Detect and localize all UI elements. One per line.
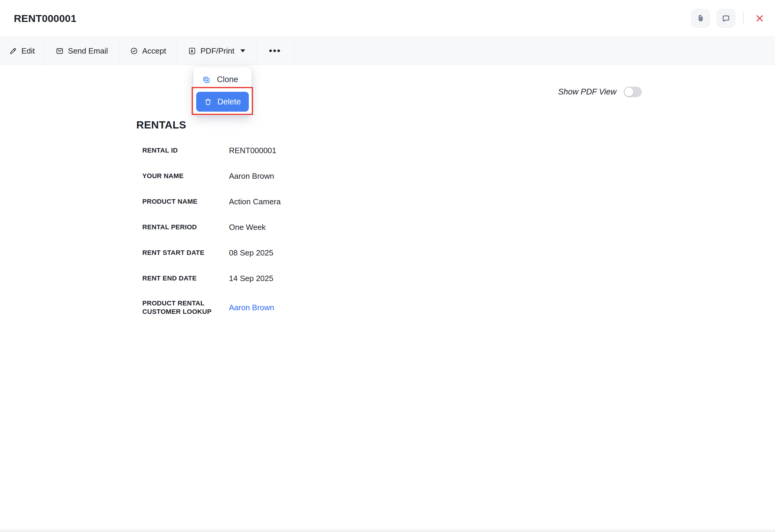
field-value: Action Camera <box>229 197 281 206</box>
pdf-view-toggle-row: Show PDF View <box>558 87 642 97</box>
field-value: 14 Sep 2025 <box>229 274 273 283</box>
more-actions-menu: Clone Delete <box>193 67 251 115</box>
customer-lookup-link[interactable]: Aaron Brown <box>229 303 274 312</box>
attachment-button[interactable] <box>691 9 710 28</box>
bottom-fade <box>0 528 775 532</box>
field-label: RENTAL ID <box>142 146 229 155</box>
field-label: RENTAL PERIOD <box>142 223 229 231</box>
comments-button[interactable] <box>717 9 735 28</box>
field-row-rental-period: RENTAL PERIOD One Week <box>142 214 359 240</box>
toolbar: Edit Send Email Accept <box>0 37 775 65</box>
section-title: RENTALS <box>136 119 186 131</box>
field-value: RENT000001 <box>229 146 276 155</box>
toggle-knob <box>625 88 633 96</box>
edit-label: Edit <box>21 46 35 56</box>
record-detail-screen: RENT000001 <box>0 0 775 532</box>
field-row-customer-lookup: PRODUCT RENTAL CUSTOMER LOOKUP Aaron Bro… <box>142 291 359 324</box>
field-row-your-name: YOUR NAME Aaron Brown <box>142 163 359 189</box>
field-label: RENT START DATE <box>142 248 229 257</box>
pencil-icon <box>9 47 17 55</box>
clone-icon <box>201 75 211 84</box>
field-label: PRODUCT RENTAL CUSTOMER LOOKUP <box>142 299 229 316</box>
pdf-print-label: PDF/Print <box>200 46 234 56</box>
header: RENT000001 <box>0 0 775 37</box>
ellipsis-icon: ••• <box>269 46 281 56</box>
pdf-view-toggle-label: Show PDF View <box>558 87 617 97</box>
pdf-view-toggle-switch[interactable] <box>624 87 642 97</box>
clone-label: Clone <box>217 75 238 84</box>
pdf-print-button[interactable]: PDF/Print <box>177 37 256 65</box>
envelope-icon <box>56 47 64 55</box>
send-email-label: Send Email <box>68 46 108 56</box>
field-row-rent-end-date: RENT END DATE 14 Sep 2025 <box>142 266 359 291</box>
menu-item-clone[interactable]: Clone <box>193 69 251 90</box>
field-row-rent-start-date: RENT START DATE 08 Sep 2025 <box>142 240 359 266</box>
field-label: RENT END DATE <box>142 274 229 283</box>
chevron-down-icon <box>240 49 245 52</box>
accept-label: Accept <box>142 46 166 56</box>
check-circle-icon <box>130 47 138 55</box>
header-actions <box>691 0 768 37</box>
page-title: RENT000001 <box>14 13 76 24</box>
send-email-button[interactable]: Send Email <box>45 37 119 65</box>
field-value: Aaron Brown <box>229 171 274 181</box>
more-actions-button[interactable]: ••• <box>256 37 294 65</box>
menu-item-delete[interactable]: Delete <box>196 92 249 112</box>
field-list: RENTAL ID RENT000001 YOUR NAME Aaron Bro… <box>142 138 359 324</box>
pdf-document-icon <box>188 47 196 55</box>
field-row-product-name: PRODUCT NAME Action Camera <box>142 189 359 214</box>
field-row-rental-id: RENTAL ID RENT000001 <box>142 138 359 163</box>
close-x-icon <box>755 14 764 23</box>
comment-bubble-icon <box>722 14 730 23</box>
field-value: 08 Sep 2025 <box>229 248 273 257</box>
field-value: One Week <box>229 223 266 232</box>
header-divider <box>743 12 744 25</box>
close-button[interactable] <box>752 10 768 26</box>
trash-icon <box>204 98 212 106</box>
delete-label: Delete <box>217 97 241 106</box>
field-label: PRODUCT NAME <box>142 197 229 206</box>
paperclip-icon <box>697 14 705 23</box>
edit-button[interactable]: Edit <box>0 37 45 65</box>
field-label: YOUR NAME <box>142 172 229 180</box>
accept-button[interactable]: Accept <box>119 37 177 65</box>
